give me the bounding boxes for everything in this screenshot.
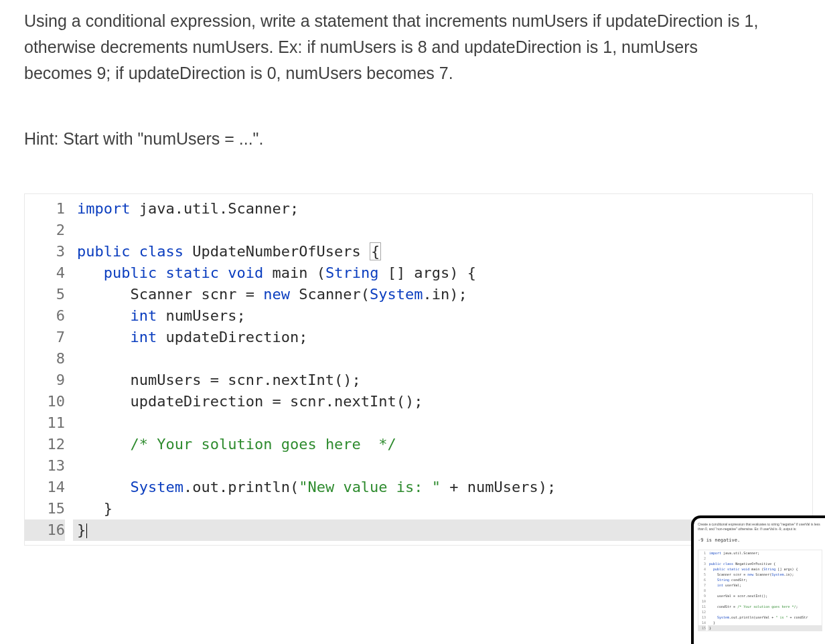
code-editor[interactable]: 12345678910111213141516 import java.util… xyxy=(24,193,813,546)
popup-description: Create a conditional expression that eva… xyxy=(698,522,822,531)
line-number-gutter: 12345678910111213141516 xyxy=(25,198,73,541)
related-example-popup[interactable]: Create a conditional expression that eva… xyxy=(691,515,825,644)
popup-example-output: -9 is negative. xyxy=(698,538,822,543)
popup-gutter: 123456789101112131415 xyxy=(698,550,708,631)
problem-description: Using a conditional expression, write a … xyxy=(0,0,790,86)
popup-code-editor: 123456789101112131415 import java.util.S… xyxy=(698,550,822,631)
problem-hint: Hint: Start with "numUsers = ...". xyxy=(0,86,825,152)
popup-inner: Create a conditional expression that eva… xyxy=(694,518,825,634)
code-area: 12345678910111213141516 import java.util… xyxy=(25,198,812,541)
popup-code-lines: import java.util.Scanner;public class Ne… xyxy=(708,550,822,631)
code-lines[interactable]: import java.util.Scanner;public class Up… xyxy=(73,198,812,541)
